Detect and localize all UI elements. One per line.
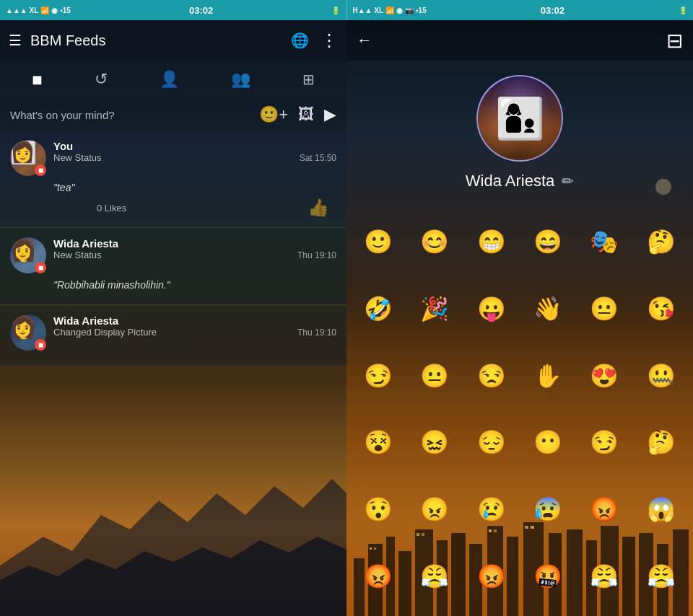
left-signal-icons: ▲▲▲ XL 📶 ◉ ▪15 xyxy=(6,6,71,14)
feed-likes-row: 0 Likes 👍 xyxy=(10,198,336,218)
tab-person[interactable]: 👤 xyxy=(148,64,191,94)
feed-name-wida2: Wida Ariesta xyxy=(53,314,336,327)
globe-icon[interactable]: 🌐 xyxy=(291,32,309,49)
feed-info-wida1: Wida Ariesta New Status Thu 19:10 xyxy=(53,237,336,260)
emoji-cry[interactable]: 😢 xyxy=(466,478,518,541)
emoji-add-icon[interactable]: 🙂+ xyxy=(259,105,288,124)
emoji-rofl[interactable]: 🤣 xyxy=(352,278,404,340)
status-bar-left: ▲▲▲ XL 📶 ◉ ▪15 03:02 🔋 xyxy=(0,0,346,20)
emoji-smirk[interactable]: 😏 xyxy=(352,344,404,407)
emoji-rage[interactable]: 😡 xyxy=(578,478,630,541)
send-icon[interactable]: ▶ xyxy=(324,105,336,124)
qr-code-icon[interactable]: ⊟ xyxy=(666,29,683,53)
feed-time-wida1: Thu 19:10 xyxy=(297,250,336,260)
left-bbm-icon: ◉ xyxy=(51,6,58,14)
emoji-scream[interactable]: 😱 xyxy=(635,478,687,541)
emoji-unamused[interactable]: 😒 xyxy=(466,344,518,407)
emoji-pensive[interactable]: 😔 xyxy=(466,411,518,474)
thumbs-up-icon[interactable]: 👍 xyxy=(308,198,329,218)
emoji-neutral[interactable]: 😐 xyxy=(578,278,630,340)
hamburger-menu-icon[interactable]: ☰ xyxy=(9,32,22,49)
feed-header-wida1: 👩 ◼ Wida Ariesta New Status Thu 19:10 xyxy=(10,237,336,273)
feed-name-you: You xyxy=(53,140,336,152)
feed-status-row-wida1: New Status Thu 19:10 xyxy=(53,250,336,260)
right-signal-icons: H▲▲ XL 📶 ◉ 📷 ▪15 xyxy=(353,6,427,14)
emoji-think[interactable]: 🤔 xyxy=(635,211,687,273)
emoji-pouting[interactable]: 😤 xyxy=(578,545,630,607)
avatar-wida1: 👩 ◼ xyxy=(10,237,46,273)
emoji-heart-eyes[interactable]: 😍 xyxy=(578,344,630,407)
emoji-grin[interactable]: 😁 xyxy=(466,211,518,273)
emoji-hand-stop[interactable]: ✋ xyxy=(522,344,574,407)
emoji-cold-sweat[interactable]: 😰 xyxy=(522,478,574,541)
emoji-tongue[interactable]: 😛 xyxy=(466,278,518,340)
emoji-no-mouth[interactable]: 😶 xyxy=(522,411,574,474)
emoji-waving[interactable]: 👋 xyxy=(522,278,574,340)
group-icon: 👥 xyxy=(231,70,250,89)
post-placeholder[interactable]: What's on your mind? xyxy=(10,109,250,121)
left-battery: 🔋 xyxy=(331,6,340,14)
profile-avatar[interactable]: 👩‍👦 xyxy=(476,75,563,162)
feed-content-wida1: "Robbihabli minasholihin." xyxy=(10,279,336,291)
bbm-tab-icon: ◼ xyxy=(32,71,43,87)
right-header: ← ⊟ xyxy=(346,20,693,61)
feed-info-wida2: Wida Ariesta Changed Display Picture Thu… xyxy=(53,314,336,338)
emoji-confound[interactable]: 😖 xyxy=(409,411,461,474)
feed-status-row-you: New Status Sat 15:50 xyxy=(53,152,336,163)
bbm-badge-wida2: ◼ xyxy=(35,339,46,351)
feed-status-wida2: Changed Display Picture xyxy=(53,327,157,338)
emoji-happy[interactable]: 😊 xyxy=(409,211,461,273)
emoji-devil-angry[interactable]: 😡 xyxy=(466,545,518,607)
emoji-party[interactable]: 🎉 xyxy=(409,278,461,340)
feed-item-wida1: 👩 ◼ Wida Ariesta New Status Thu 19:10 xyxy=(0,229,346,304)
feed-header-wida2: 👩 ◼ Wida Ariesta Changed Display Picture… xyxy=(10,314,336,351)
emoji-mask[interactable]: 🎭 xyxy=(578,211,630,273)
edit-profile-icon[interactable]: ✏ xyxy=(562,172,574,190)
main-content: ☰ BBM Feeds 🌐 ⋮ ◼ ↺ 👤 👥 ⊞ xyxy=(0,20,693,616)
feed-status-row-wida2: Changed Display Picture Thu 19:10 xyxy=(53,327,336,338)
tab-grid[interactable]: ⊞ xyxy=(291,65,326,94)
emoji-angry-red[interactable]: 😡 xyxy=(352,545,404,607)
emoji-dizzy[interactable]: 😵 xyxy=(352,411,404,474)
emoji-steam[interactable]: 😤 xyxy=(409,545,461,607)
status-bar-right: H▲▲ XL 📶 ◉ 📷 ▪15 03:02 🔋 xyxy=(346,0,694,20)
left-wifi: 📶 xyxy=(40,6,49,14)
emoji-cursing[interactable]: 🤬 xyxy=(522,545,574,607)
grid-icon: ⊞ xyxy=(302,71,315,88)
tab-refresh[interactable]: ↺ xyxy=(83,64,119,94)
emoji-smile[interactable]: 🙂 xyxy=(352,211,404,273)
right-battery-icon: ▪15 xyxy=(416,6,427,14)
emoji-thinking[interactable]: 🤔 xyxy=(635,411,687,474)
left-time: 03:02 xyxy=(189,5,213,16)
bbm-badge-you: ◼ xyxy=(35,164,46,176)
right-bbm-icon: ◉ xyxy=(396,6,403,14)
back-button[interactable]: ← xyxy=(357,31,372,50)
right-right-icons: 🔋 xyxy=(679,6,687,14)
tab-bbm[interactable]: ◼ xyxy=(20,66,54,93)
emoji-kiss[interactable]: 😘 xyxy=(635,278,687,340)
emoji-hushed[interactable]: 😯 xyxy=(352,478,404,541)
emoji-laugh[interactable]: 😄 xyxy=(522,211,574,273)
emoji-grid: 🙂 😊 😁 😄 🎭 🤔 🤣 🎉 😛 👋 😐 😘 😏 😐 😒 ✋ 😍 🤐 😵 😖 … xyxy=(346,202,693,616)
more-options-icon[interactable]: ⋮ xyxy=(321,30,338,50)
post-action-buttons: 🙂+ 🖼 ▶ xyxy=(259,105,336,124)
tab-group[interactable]: 👥 xyxy=(219,64,262,94)
feed-likes-count: 0 Likes xyxy=(53,203,126,214)
feed-item-you: 👩‍👦 ◼ You New Status Sat 15:50 xyxy=(0,131,346,227)
emoji-zipper[interactable]: 🤐 xyxy=(635,344,687,407)
emoji-angry[interactable]: 😠 xyxy=(409,478,461,541)
post-input-area: What's on your mind? 🙂+ 🖼 ▶ xyxy=(0,98,346,131)
bbm-badge-icon-wida1: ◼ xyxy=(38,264,43,271)
right-time: 03:02 xyxy=(541,5,565,16)
emoji-smirk2[interactable]: 😏 xyxy=(578,411,630,474)
profile-name: Wida Ariesta xyxy=(466,172,555,190)
right-battery: 🔋 xyxy=(679,6,687,14)
feed-status-wida1: New Status xyxy=(53,250,101,260)
profile-section: 👩‍👦 Wida Ariesta ✏ xyxy=(346,61,693,202)
refresh-icon: ↺ xyxy=(95,70,108,89)
emoji-unamused2[interactable]: 😤 xyxy=(635,545,687,607)
profile-name-row: Wida Ariesta ✏ xyxy=(466,172,575,190)
emoji-blank[interactable]: 😐 xyxy=(409,344,461,407)
image-add-icon[interactable]: 🖼 xyxy=(298,105,314,124)
feed-header-you: 👩‍👦 ◼ You New Status Sat 15:50 xyxy=(10,140,336,176)
